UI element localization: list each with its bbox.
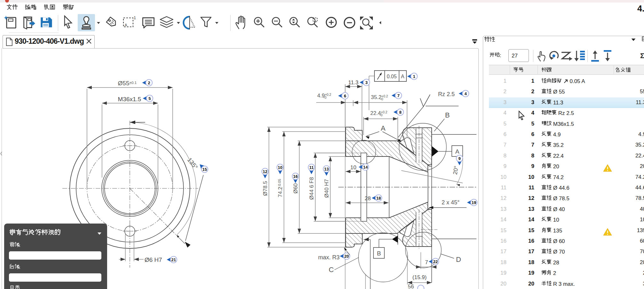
svg-text:D: D [456, 255, 461, 263]
svg-text:M36x1.5: M36x1.5 [118, 96, 141, 103]
svg-text:11.3: 11.3 [348, 80, 358, 86]
svg-text:35.2+0.2-0: 35.2+0.2-0 [371, 94, 388, 101]
svg-text:16: 16 [293, 174, 298, 179]
svg-text:C: C [329, 266, 334, 274]
svg-text:15: 15 [202, 167, 207, 172]
svg-text:9: 9 [458, 156, 460, 161]
svg-text:(15.9): (15.9) [412, 274, 427, 280]
svg-text:A: A [381, 124, 386, 132]
svg-text:10: 10 [278, 165, 282, 170]
svg-text:4.9+0.2-0: 4.9+0.2-0 [317, 93, 331, 99]
svg-text:Ø60: Ø60 [293, 183, 299, 194]
svg-text:28: 28 [365, 195, 371, 202]
svg-text:1: 1 [134, 15, 136, 20]
svg-text:2 x 45°: 2 x 45° [442, 199, 459, 206]
svg-text:Rz 2.5: Rz 2.5 [438, 91, 455, 97]
svg-text:0.05: 0.05 [387, 74, 397, 79]
svg-text:19: 19 [472, 200, 476, 205]
svg-text:8: 8 [399, 110, 401, 115]
svg-text:22.4+0.2-0: 22.4+0.2-0 [370, 110, 388, 117]
svg-text:20: 20 [344, 254, 349, 259]
svg-text:Ø44 6 F8: Ø44 6 F8 [309, 177, 315, 200]
svg-text:21: 21 [171, 257, 176, 262]
svg-text:14: 14 [363, 165, 368, 170]
svg-text:12: 12 [263, 169, 267, 174]
svg-text:20°: 20° [452, 165, 459, 175]
svg-text:Ø6 H7: Ø6 H7 [145, 256, 162, 263]
svg-text:max. R3: max. R3 [318, 254, 340, 261]
svg-text:135°: 135° [186, 156, 199, 171]
svg-text:22: 22 [433, 259, 438, 264]
svg-text:10: 10 [350, 164, 357, 171]
svg-text:6: 6 [344, 94, 346, 98]
svg-text:B: B [445, 111, 450, 119]
svg-text:A: A [401, 74, 404, 79]
svg-text:74.2:0.05: 74.2:0.05 [277, 179, 283, 197]
svg-text:1: 1 [413, 74, 415, 79]
svg-text:A: A [455, 148, 459, 155]
svg-text:2: 2 [148, 80, 150, 85]
svg-text:3: 3 [365, 80, 367, 85]
svg-text:5: 5 [148, 96, 151, 101]
svg-text:56: 56 [408, 284, 414, 289]
svg-text:B: B [377, 250, 381, 257]
svg-text:7: 7 [425, 259, 428, 265]
svg-text:13: 13 [324, 167, 329, 171]
svg-text:Ø78.5: Ø78.5 [262, 181, 268, 196]
svg-text:18: 18 [376, 196, 381, 201]
svg-text:7: 7 [397, 93, 399, 98]
svg-text:Ø55±0.1: Ø55±0.1 [118, 80, 137, 87]
svg-text:4: 4 [464, 91, 467, 96]
svg-text:11: 11 [309, 165, 314, 170]
svg-text:Ø40 H7: Ø40 H7 [324, 179, 330, 198]
svg-text:A: A [125, 23, 127, 27]
